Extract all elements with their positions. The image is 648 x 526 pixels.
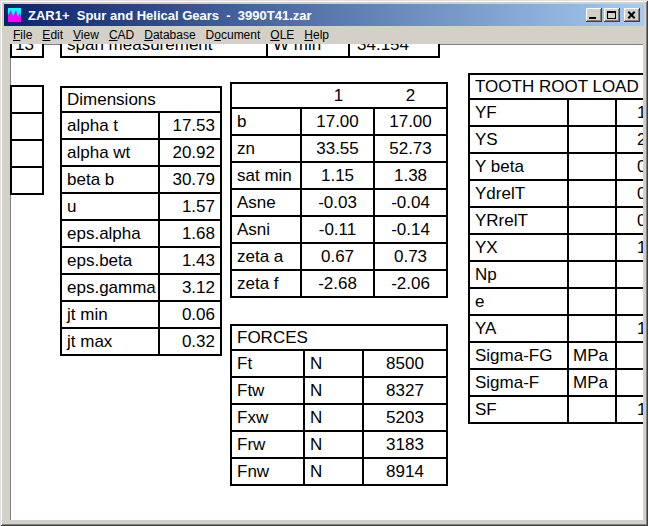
close-button[interactable] bbox=[624, 8, 640, 22]
table-cell: 52.73 bbox=[375, 136, 446, 161]
menu-view[interactable]: View bbox=[68, 26, 104, 44]
table-cell: N bbox=[305, 459, 364, 484]
table-cell bbox=[617, 262, 643, 287]
table-cell: 30.79 bbox=[160, 167, 220, 192]
menu-bar: FileEditViewCADDatabaseDocumentOLEHelp bbox=[4, 26, 644, 44]
gear-header-blank bbox=[232, 84, 302, 107]
table-row: YF1 bbox=[470, 100, 643, 127]
table-row: YA1 bbox=[470, 316, 643, 343]
menu-file[interactable]: File bbox=[8, 26, 37, 44]
table-cell: 0.67 bbox=[302, 244, 375, 269]
table-cell: b bbox=[232, 109, 302, 134]
table-row: sat min1.151.38 bbox=[232, 163, 446, 190]
table-cell: 1.15 bbox=[302, 163, 375, 188]
table-cell: jt max bbox=[62, 329, 160, 354]
maximize-button[interactable] bbox=[604, 8, 620, 22]
table-row: zn33.5552.73 bbox=[232, 136, 446, 163]
table-cell: -0.11 bbox=[302, 217, 375, 242]
forces-table-title: FORCES bbox=[232, 326, 446, 351]
table-cell: 5203 bbox=[364, 405, 446, 430]
table-row: u1.57 bbox=[62, 194, 220, 221]
table-row: Y beta0 bbox=[470, 154, 643, 181]
table-cell: 8327 bbox=[364, 378, 446, 403]
table-row: Asne-0.03-0.04 bbox=[232, 190, 446, 217]
window-controls bbox=[586, 8, 640, 22]
table-row: Np bbox=[470, 262, 643, 289]
table-cell: zn bbox=[232, 136, 302, 161]
table-cell: zeta a bbox=[232, 244, 302, 269]
tooth-root-load-body: YF1YS2Y beta0YdrelT0YRrelT0YX1NpeYA1Sigm… bbox=[470, 100, 643, 422]
menu-database[interactable]: Database bbox=[139, 26, 200, 44]
table-cell bbox=[617, 343, 643, 368]
table-cell: 1 bbox=[617, 316, 643, 341]
table-cell: jt min bbox=[62, 302, 160, 327]
menu-edit[interactable]: Edit bbox=[37, 26, 68, 44]
empty-cell bbox=[10, 112, 44, 141]
forces-table: FORCES FtN8500FtwN8327FxwN5203FrwN3183Fn… bbox=[230, 324, 448, 486]
table-cell bbox=[569, 262, 617, 287]
table-row: Sigma-FGMPa bbox=[470, 343, 643, 370]
table-cell: eps.alpha bbox=[62, 221, 160, 246]
table-cell: 0 bbox=[617, 208, 643, 233]
table-cell: N bbox=[305, 405, 364, 430]
table-row: zeta f-2.68-2.06 bbox=[232, 271, 446, 296]
table-row: Asni-0.11-0.14 bbox=[232, 217, 446, 244]
menu-cad[interactable]: CAD bbox=[104, 26, 139, 44]
table-cell: N bbox=[305, 432, 364, 457]
table-row: Sigma-FMPa bbox=[470, 370, 643, 397]
table-row: eps.gamma3.12 bbox=[62, 275, 220, 302]
table-cell: 3183 bbox=[364, 432, 446, 457]
empty-cell bbox=[10, 139, 44, 168]
table-row: YRrelT0 bbox=[470, 208, 643, 235]
table-cell: 0 bbox=[617, 181, 643, 206]
table-cell: 0.73 bbox=[375, 244, 446, 269]
table-cell: N bbox=[305, 378, 364, 403]
table-row: SF1 bbox=[470, 397, 643, 422]
table-cell: eps.beta bbox=[62, 248, 160, 273]
table-cell: alpha t bbox=[62, 113, 160, 138]
table-cell: -0.03 bbox=[302, 190, 375, 215]
empty-cell bbox=[10, 166, 44, 195]
table-cell: YRrelT bbox=[470, 208, 569, 233]
table-cell: Asni bbox=[232, 217, 302, 242]
table-cell: -0.14 bbox=[375, 217, 446, 242]
menu-help[interactable]: Help bbox=[299, 26, 334, 44]
app-icon[interactable] bbox=[8, 7, 24, 23]
menu-document[interactable]: Document bbox=[201, 26, 266, 44]
table-cell: e bbox=[470, 289, 569, 314]
table-row: eps.beta1.43 bbox=[62, 248, 220, 275]
table-cell: Sigma-FG bbox=[470, 343, 569, 368]
table-row: b17.0017.00 bbox=[232, 109, 446, 136]
table-cell: beta b bbox=[62, 167, 160, 192]
table-cell: 8914 bbox=[364, 459, 446, 484]
table-cell bbox=[569, 100, 617, 125]
table-row: jt min0.06 bbox=[62, 302, 220, 329]
maximize-icon bbox=[607, 11, 616, 19]
table-cell: eps.gamma bbox=[62, 275, 160, 300]
table-cell bbox=[569, 289, 617, 314]
menu-ole[interactable]: OLE bbox=[265, 26, 299, 44]
table-row: YX1 bbox=[470, 235, 643, 262]
table-cell: Fxw bbox=[232, 405, 305, 430]
table-row: FtwN8327 bbox=[232, 378, 446, 405]
table-row: e bbox=[470, 289, 643, 316]
table-cell: 2 bbox=[617, 127, 643, 152]
gear-header-2: 2 bbox=[375, 84, 446, 107]
table-row: FxwN5203 bbox=[232, 405, 446, 432]
table-cell: 1 bbox=[617, 100, 643, 125]
table-cell: Np bbox=[470, 262, 569, 287]
table-row: jt max0.32 bbox=[62, 329, 220, 354]
table-cell: 3.12 bbox=[160, 275, 220, 300]
table-cell bbox=[617, 370, 643, 395]
dimensions-table-body: alpha t17.53alpha wt20.92beta b30.79u1.5… bbox=[62, 113, 220, 354]
gear-columns-table: 1 2 b17.0017.00zn33.5552.73sat min1.151.… bbox=[230, 82, 448, 298]
minimize-button[interactable] bbox=[586, 8, 602, 22]
table-cell: 1.43 bbox=[160, 248, 220, 273]
table-cell: alpha wt bbox=[62, 140, 160, 165]
table-cell: 17.00 bbox=[375, 109, 446, 134]
table-cell bbox=[569, 181, 617, 206]
title-bar[interactable]: ZAR1+ Spur and Helical Gears - 3990T41.z… bbox=[4, 4, 644, 26]
table-cell: 0.06 bbox=[160, 302, 220, 327]
table-cell: SF bbox=[470, 397, 569, 422]
app-window: ZAR1+ Spur and Helical Gears - 3990T41.z… bbox=[0, 0, 648, 526]
